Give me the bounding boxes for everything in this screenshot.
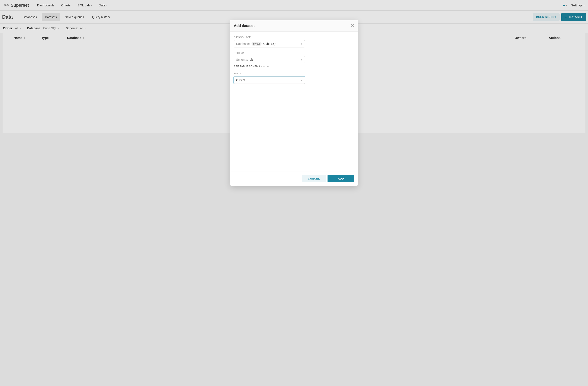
caret-down-icon: ▼: [300, 43, 303, 45]
datasource-select-label: Database:: [236, 42, 250, 45]
schema-note-prefix: SEE TABLE SCHEMA: [234, 65, 260, 68]
schema-select[interactable]: Schema: db ▼: [234, 56, 305, 63]
modal-footer: CANCEL ADD: [230, 171, 358, 186]
modal-overlay: Add dataset DATASOURCE Database: mysql C…: [0, 0, 588, 386]
section-datasource-label: DATASOURCE: [234, 36, 354, 39]
add-button[interactable]: ADD: [328, 175, 354, 182]
datasource-select[interactable]: Database: mysql Cube SQL ▼: [234, 40, 305, 47]
modal-header: Add dataset: [230, 20, 358, 32]
cancel-button[interactable]: CANCEL: [302, 175, 326, 182]
modal-body: DATASOURCE Database: mysql Cube SQL ▼ SC…: [230, 32, 358, 171]
section-table-label: TABLE: [234, 72, 354, 75]
schema-select-label: Schema:: [236, 58, 248, 61]
caret-down-icon: ▼: [300, 79, 303, 81]
table-select-value: Orders: [236, 78, 245, 82]
caret-down-icon: ▼: [300, 59, 303, 61]
modal-title: Add dataset: [234, 24, 254, 28]
datasource-select-value: Cube SQL: [263, 42, 277, 45]
section-schema-label: SCHEMA: [234, 52, 354, 54]
schema-select-value: db: [250, 58, 253, 61]
schema-note: SEE TABLE SCHEMA 3 IN DB: [234, 65, 354, 68]
cancel-button-label: CANCEL: [308, 177, 320, 180]
close-icon: [351, 24, 354, 27]
add-button-label: ADD: [338, 177, 344, 180]
modal-close-button[interactable]: [351, 24, 354, 28]
table-select[interactable]: Orders ▼: [234, 76, 305, 84]
datasource-engine-tag: mysql: [252, 42, 262, 46]
schema-note-count: 3 IN DB: [261, 65, 269, 68]
add-dataset-modal: Add dataset DATASOURCE Database: mysql C…: [230, 20, 358, 186]
